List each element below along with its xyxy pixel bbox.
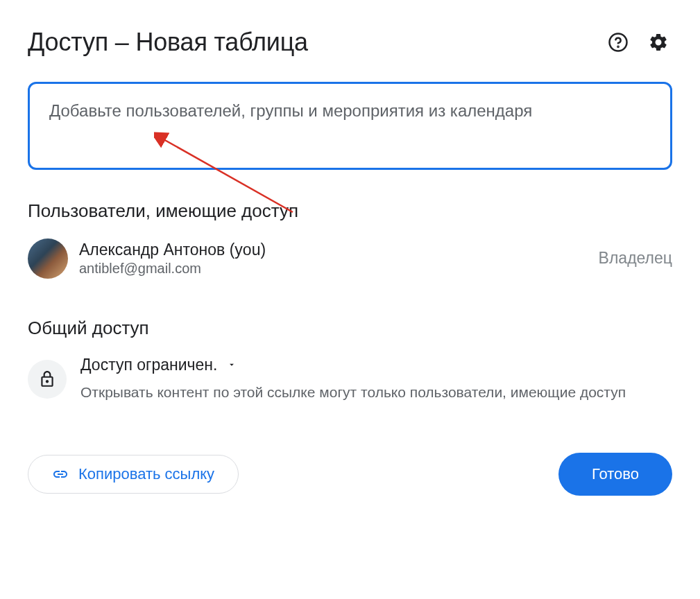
copy-link-label: Копировать ссылку — [78, 465, 214, 483]
done-label: Готово — [592, 465, 639, 483]
user-row: Александр Антонов (you) antiblef@gmail.c… — [28, 238, 672, 279]
access-details: Доступ ограничен. Открывать контент по э… — [80, 356, 672, 403]
general-access-section: Доступ ограничен. Открывать контент по э… — [28, 356, 672, 403]
done-button[interactable]: Готово — [558, 453, 672, 496]
users-section-heading: Пользователи, имеющие доступ — [28, 200, 672, 222]
copy-link-button[interactable]: Копировать ссылку — [28, 455, 239, 494]
access-description: Открывать контент по этой ссылке могут т… — [80, 381, 672, 403]
lock-icon — [38, 370, 56, 388]
link-icon — [52, 466, 69, 483]
add-people-input-container[interactable] — [28, 82, 672, 170]
access-row: Доступ ограничен. Открывать контент по э… — [28, 356, 672, 403]
chevron-down-icon — [227, 360, 237, 370]
dialog-header: Доступ – Новая таблица — [28, 28, 672, 57]
user-info: Александр Антонов (you) antiblef@gmail.c… — [79, 241, 588, 277]
help-button[interactable] — [604, 28, 632, 56]
add-people-input[interactable] — [49, 98, 651, 151]
header-actions — [604, 28, 672, 56]
access-mode-label: Доступ ограничен. — [80, 356, 217, 374]
access-icon-circle — [28, 360, 67, 399]
help-icon — [608, 32, 629, 53]
access-mode-dropdown[interactable]: Доступ ограничен. — [80, 356, 672, 374]
user-role: Владелец — [599, 249, 672, 268]
dialog-footer: Копировать ссылку Готово — [28, 453, 672, 496]
general-access-heading: Общий доступ — [28, 318, 672, 339]
avatar — [28, 238, 68, 279]
dialog-title: Доступ – Новая таблица — [28, 28, 308, 57]
svg-point-1 — [617, 46, 618, 47]
user-email: antiblef@gmail.com — [79, 261, 588, 277]
settings-button[interactable] — [644, 28, 672, 56]
gear-icon — [648, 32, 669, 53]
user-name: Александр Антонов (you) — [79, 241, 588, 259]
